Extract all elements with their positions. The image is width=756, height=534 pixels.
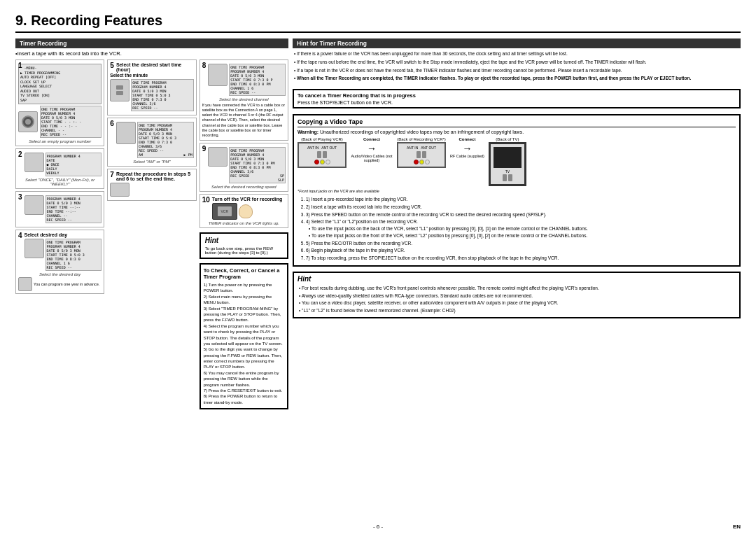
copy-step-6: 6) Begin playback of the tape in the pla… — [306, 247, 736, 254]
bottom-hint-1: For best results during dubbing, use the… — [299, 285, 736, 292]
step-4-note: You can program one year in advance. — [34, 282, 99, 286]
step-4-title: Select desired day — [18, 232, 102, 237]
bottom-hint-3: You can use a video disc player, satelli… — [299, 300, 736, 307]
copy-step-1: 1) Insert a pre-recorded tape into the p… — [306, 196, 736, 203]
page: 9. Recording Features Timer Recording •I… — [0, 0, 756, 534]
copy-footnote: *Front input jacks on the VCR are also a… — [298, 189, 736, 193]
main-layout: Timer Recording •Insert a tape with its … — [15, 38, 741, 519]
copy-warning: Warning: Unauthorized recordings of copy… — [298, 129, 736, 134]
step-3-num: 3 — [18, 194, 22, 201]
copy-step-7: 7) To stop recording, press the STOP/EJE… — [306, 255, 736, 262]
hint-bullet-1: To go back one step, press the REW butto… — [205, 246, 283, 255]
step-2-num: 2 — [18, 151, 22, 158]
step-4: 4 Select desired day ONE TIME PROGRAM PR… — [15, 230, 104, 294]
bottom-hint-title: Hint — [298, 275, 736, 283]
step-5-subtitle: Select the minute — [110, 73, 193, 78]
copy-step-3: 3) Press the SPEED button on the remote … — [306, 211, 736, 218]
hint-title-small: Hint — [205, 237, 283, 244]
step-5-title: Select the desired start time (hour) — [110, 62, 193, 72]
bottom-hint-2: Always use video-quality shielded cables… — [299, 293, 736, 300]
steps-col-1: 1 -MENU- ▶ TIMER PROGRAMMING AUTO REPEAT… — [15, 59, 104, 409]
step-8: 8 ONE TIME PROGRAM PROGRAM NUMBER 4 DATE… — [200, 59, 288, 141]
cc-step-4: 4) Select the program number which you w… — [204, 323, 284, 347]
step-6-caption: Select "AM" or "PM" — [110, 160, 193, 164]
copy-step-4a: • To use the input jacks on the back of … — [306, 225, 736, 232]
playing-vcr-container: (Back of Playing VCR) ANT IN ANT OUT — [298, 137, 346, 168]
step-3: 3 PROGRAM NUMBER 4 DATE 0 5/0 3 MON STAR… — [15, 191, 104, 227]
left-column: Timer Recording •Insert a tape with its … — [15, 38, 288, 519]
hint-box-small: Hint To go back one step, press the REW … — [200, 232, 288, 259]
step-1-num: 1 — [18, 62, 22, 69]
step-1-caption: Select an empty program number — [18, 139, 102, 143]
tv-screen — [493, 147, 522, 168]
step-10-caption: TIMER indicator on the VCR lights up. — [202, 221, 286, 225]
step-10-title: Turn off the VCR for recording — [202, 197, 286, 202]
intro-text: •Insert a tape with its record tab into … — [15, 50, 288, 57]
step-4-caption: Select the desired day — [18, 272, 102, 276]
connect-label-1: Connect — [363, 137, 380, 141]
copy-steps-list: 1) Insert a pre-recorded tape into the p… — [298, 196, 736, 262]
cable-1-container: Connect → Audio/Video Cables (not suppli… — [351, 137, 393, 162]
copy-step-4: 4) Select the "L1" or "L2"position on th… — [306, 218, 736, 239]
step-2: 2 PROGRAM NUMBER 4 DATE ● ONCE DAILY WEE… — [15, 148, 104, 189]
step-6: 6 ONE TIME PROGRAM PROGRAM NUMBER 4 DATE… — [107, 118, 196, 167]
copy-step-2: 2) Insert a tape with its record tab int… — [306, 204, 736, 211]
hint-for-timer-bullets: If there is a power failure or the VCR h… — [293, 50, 741, 82]
recording-vcr-box: ANT IN ANT OUT — [397, 142, 446, 168]
hint-for-timer-section: Hint for Timer Recording If there is a p… — [293, 38, 741, 83]
hint-bullet-timer-3: If a tape is not in the VCR or does not … — [294, 67, 741, 74]
timer-recording-header: Timer Recording — [15, 38, 288, 48]
cable-2-container: Connect → RF Cable (supplied) — [450, 137, 484, 158]
playing-vcr-box: ANT IN ANT OUT — [298, 142, 346, 168]
cc-step-3: 3) Select "TIMER PROGRAM-MING" by pressi… — [204, 306, 284, 323]
step-9-num: 9 — [202, 146, 206, 153]
language-label: EN — [733, 524, 741, 530]
recording-vcr-container: (Back of Recording VCR*) ANT IN ANT OUT — [397, 137, 446, 168]
copy-warning-text: Unauthorized recordings of copyrighted v… — [320, 129, 524, 134]
right-column: Hint for Timer Recording If there is a p… — [293, 38, 741, 519]
cc-step-1: 1) Turn the power on by pressing the POW… — [204, 282, 284, 294]
check-cancel-steps: 1) Turn the power on by pressing the POW… — [204, 282, 284, 405]
cable-label-1: Audio/Video Cables (not supplied) — [351, 154, 393, 162]
step-7-title: Repeat the procedure in steps 5 and 6 to… — [110, 171, 193, 181]
bottom-hint-4: "L1" or "L2" is found below the lowest m… — [299, 307, 736, 314]
step-8-caption: Select the desired channel — [202, 97, 286, 101]
copy-section: Copying a Video Tape Warning: Unauthoriz… — [293, 114, 741, 267]
step-8-note: If you have connected the VCR to a cable… — [202, 103, 286, 138]
page-title: 9. Recording Features — [15, 13, 741, 33]
copy-diagram: (Back of Playing VCR) ANT IN ANT OUT — [298, 137, 736, 186]
step-5-num: 5 — [110, 62, 114, 69]
tv-box: TV — [489, 142, 526, 186]
hint-bullet-timer-4: When all the Timer Recording are complet… — [294, 75, 741, 82]
cable-label-2: RF Cable (supplied) — [450, 154, 484, 158]
step-1: 1 -MENU- ▶ TIMER PROGRAMMING AUTO REPEAT… — [15, 59, 104, 146]
page-number: - 6 - — [373, 524, 383, 530]
cancel-timer-title: To cancel a Timer Recording that is in p… — [298, 92, 736, 99]
steps-area: 1 -MENU- ▶ TIMER PROGRAMMING AUTO REPEAT… — [15, 59, 288, 409]
hint-bullet-timer-2: If the tape runs out before the end time… — [294, 59, 741, 66]
cc-step-7: 7) Press the C.RESET/EXIT button to exit… — [204, 388, 284, 393]
tv-container: (Back of TV) TV — [489, 137, 526, 186]
step-2-caption: Select "ONCE", "DAILY" (Mon-Fri), or "WE… — [18, 178, 102, 186]
step-4-num: 4 — [18, 232, 22, 239]
step-5: 5 Select the desired start time (hour) S… — [107, 59, 196, 115]
step-10-num: 10 — [202, 197, 210, 204]
cc-step-2: 2) Select main menu by pressing the MENU… — [204, 294, 284, 306]
playing-vcr-label: (Back of Playing VCR) — [301, 137, 343, 141]
check-cancel-box: To Check, Correct, or Cancel a Timer Pro… — [200, 263, 288, 409]
menu-sap: SAP — [20, 98, 99, 103]
step-6-num: 6 — [110, 120, 114, 127]
bottom-hint-box: Hint For best results during dubbing, us… — [293, 272, 741, 318]
copy-step-4b: • To use the input jacks on the front of… — [306, 232, 736, 239]
hint-for-timer-header: Hint for Timer Recording — [293, 38, 741, 48]
check-cancel-title: To Check, Correct, or Cancel a Timer Pro… — [204, 267, 284, 280]
step-9-caption: Select the desired recording speed — [202, 185, 286, 189]
step-10: 10 Turn off the VCR for recording VCR TI… — [200, 194, 288, 228]
step-9: 9 ONE TIME PROGRAM PROGRAM NUMBER 4 DATE… — [200, 143, 288, 192]
steps-col-2: 5 Select the desired start time (hour) S… — [107, 59, 196, 409]
step-8-num: 8 — [202, 62, 206, 69]
steps-col-3: 8 ONE TIME PROGRAM PROGRAM NUMBER 4 DATE… — [200, 59, 288, 409]
bottom-hint-bullets: For best results during dubbing, use the… — [298, 285, 736, 314]
connect-label-2: Connect — [458, 137, 475, 141]
copy-title: Copying a Video Tape — [298, 118, 736, 127]
